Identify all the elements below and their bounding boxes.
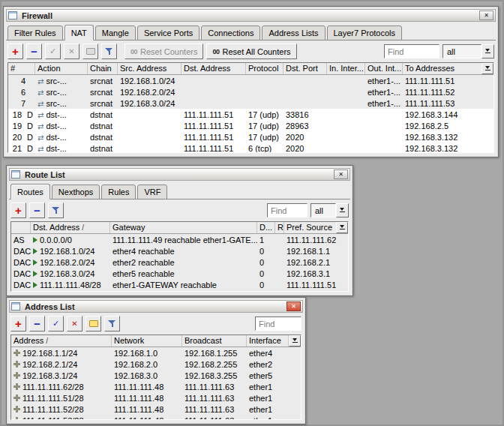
column-header-routing_mark[interactable]: R — [275, 222, 284, 233]
tab-address-lists[interactable]: Address Lists — [262, 26, 325, 40]
cell-action: dst-... — [35, 110, 88, 119]
find-input[interactable] — [267, 203, 308, 218]
comment-button[interactable] — [82, 44, 98, 59]
cell-network: 111.11.111.48 — [112, 405, 182, 414]
column-header-dst_address[interactable]: Dst. Address/ — [31, 222, 110, 233]
column-header-out_interface[interactable]: Out. Int... — [365, 63, 403, 74]
column-header-address[interactable]: Address/ — [11, 335, 112, 346]
column-header-src_address[interactable]: Src. Address — [118, 63, 182, 74]
route-list-titlebar[interactable]: Route List ✕ — [9, 168, 350, 181]
column-header-to_addresses[interactable]: To Addresses — [403, 63, 484, 74]
cell-network: 192.168.1.0 — [112, 349, 182, 358]
combo-dropdown-button[interactable] — [336, 203, 349, 218]
filter-scope-combo[interactable]: all — [310, 203, 349, 218]
address-list-titlebar[interactable]: Address List ✕ — [9, 300, 303, 313]
reset-all-counters-button[interactable]: 00 Reset All Counters — [206, 44, 296, 59]
column-header-pref_source[interactable]: Pref. Source — [284, 222, 343, 233]
comment-button[interactable] — [86, 316, 101, 332]
column-select-button[interactable] — [482, 63, 494, 74]
tab-connections[interactable]: Connections — [201, 26, 260, 40]
table-row[interactable]: AS0.0.0.0/0111.11.111.49 reachable ether… — [11, 234, 348, 245]
close-button[interactable]: ✕ — [479, 10, 494, 20]
table-row[interactable]: 192.168.1.1/24192.168.1.0192.168.1.255et… — [11, 347, 301, 358]
firewall-titlebar[interactable]: Firewall ✕ — [6, 9, 496, 22]
table-row[interactable]: DAC192.168.2.0/24ether2 reachable0192.16… — [11, 256, 348, 268]
table-row[interactable]: 7src-...srcnat192.168.3.0/24ether1-...11… — [8, 98, 494, 109]
column-header-network[interactable]: Network — [112, 335, 182, 346]
remove-button[interactable]: − — [26, 44, 42, 59]
tab-rules[interactable]: Rules — [101, 184, 136, 200]
filter-scope-combo[interactable]: all — [442, 44, 494, 58]
table-row[interactable]: 111.11.111.53/28111.11.111.48111.11.111.… — [11, 415, 301, 420]
routes-table: Dst. Address/GatewayD...RPref. SourceAS0… — [10, 221, 349, 292]
add-button[interactable]: + — [10, 202, 26, 218]
remove-button[interactable]: − — [29, 316, 45, 332]
table-row[interactable]: 20Ddst-...dstnat111.11.111.5117 (udp)202… — [8, 131, 494, 142]
combo-dropdown-button[interactable] — [482, 44, 494, 58]
filter-button[interactable] — [48, 202, 64, 218]
cell-interface: ether5 — [247, 371, 289, 380]
tab-filter-rules[interactable]: Filter Rules — [8, 26, 63, 40]
tab-nat[interactable]: NAT — [64, 25, 94, 40]
disable-button[interactable]: ✕ — [67, 316, 82, 332]
column-select-button[interactable] — [336, 222, 348, 233]
column-header-dst_address[interactable]: Dst. Address — [182, 63, 246, 74]
table-row[interactable]: 18Ddst-...dstnat111.11.111.5117 (udp)338… — [8, 109, 494, 120]
column-header-distance[interactable]: D... — [257, 222, 275, 233]
table-row[interactable]: DAC111.11.111.48/28ether1-GATEWAY reacha… — [11, 279, 348, 290]
cell-address: 192.168.3.1/24 — [11, 371, 112, 380]
filter-button[interactable] — [104, 316, 120, 332]
column-header-broadcast[interactable]: Broadcast — [182, 335, 247, 346]
column-header-gateway[interactable]: Gateway — [110, 222, 257, 233]
disable-button[interactable]: ✕ — [64, 44, 80, 59]
column-header-flags[interactable] — [11, 222, 31, 233]
add-button[interactable]: + — [8, 44, 23, 59]
table-row[interactable]: 111.11.111.51/28111.11.111.48111.11.111.… — [11, 392, 301, 404]
route-arrow-icon — [33, 282, 38, 288]
table-row[interactable]: 6src-...srcnat192.168.2.0/24ether1-...11… — [8, 86, 494, 98]
route-arrow-icon — [33, 271, 38, 277]
table-row[interactable]: 4src-...srcnat192.168.1.0/24ether1-...11… — [8, 75, 494, 86]
column-header-interface[interactable]: Interface — [247, 335, 289, 346]
find-input[interactable] — [255, 316, 302, 331]
tab-layer7-protocols[interactable]: Layer7 Protocols — [327, 26, 403, 40]
chevron-down-icon — [340, 225, 345, 230]
column-select-button[interactable] — [289, 335, 301, 346]
cell-action: src-... — [35, 76, 88, 86]
cell-interface: ether1 — [247, 416, 289, 421]
filter-button[interactable] — [101, 44, 117, 59]
cell-action: dst-... — [35, 133, 88, 142]
table-row[interactable]: 192.168.2.1/24192.168.2.0192.168.2.255et… — [11, 358, 301, 370]
column-header-dst_port[interactable]: Dst. Port — [284, 63, 327, 74]
column-header-chain[interactable]: Chain — [88, 63, 118, 74]
cell-num: 4 — [8, 76, 35, 86]
add-button[interactable]: + — [10, 316, 26, 332]
cell-to_addresses: 192.168.3.144 — [403, 110, 484, 119]
tab-vrf[interactable]: VRF — [137, 184, 167, 200]
remove-button[interactable]: − — [29, 202, 45, 218]
enable-button[interactable]: ✓ — [48, 316, 64, 332]
find-input[interactable] — [384, 44, 440, 58]
enable-button[interactable]: ✓ — [45, 44, 61, 59]
table-row[interactable]: 192.168.3.1/24192.168.3.0192.168.3.255et… — [11, 370, 301, 381]
close-button[interactable]: ✕ — [286, 302, 301, 311]
table-row[interactable]: DAC192.168.1.0/24ether4 reachable0192.16… — [11, 245, 348, 256]
column-header-num[interactable]: # — [8, 63, 35, 74]
sort-indicator-icon: / — [82, 224, 84, 232]
reset-counters-button[interactable]: 00 Reset Counters — [124, 44, 203, 59]
column-header-protocol[interactable]: Protocol — [246, 63, 284, 74]
tab-routes[interactable]: Routes — [10, 184, 50, 200]
tab-nexthops[interactable]: Nexthops — [52, 184, 100, 200]
table-row[interactable]: 21Ddst-...dstnat111.11.111.516 (tcp)2020… — [8, 142, 494, 153]
table-row[interactable]: 19Ddst-...dstnat111.11.111.5117 (udp)289… — [8, 120, 494, 131]
close-button[interactable]: ✕ — [334, 170, 348, 179]
column-header-in_interface[interactable]: In. Inter... — [327, 63, 365, 74]
tab-service-ports[interactable]: Service Ports — [137, 26, 200, 40]
tab-mangle[interactable]: Mangle — [95, 26, 136, 40]
table-body: 192.168.1.1/24192.168.1.0192.168.1.255et… — [11, 347, 301, 420]
cell-address: 111.11.111.62/28 — [11, 382, 112, 392]
column-header-action[interactable]: Action — [35, 63, 88, 74]
table-row[interactable]: 111.11.111.52/28111.11.111.48111.11.111.… — [11, 404, 301, 415]
table-row[interactable]: DAC192.168.3.0/24ether5 reachable0192.16… — [11, 268, 348, 279]
table-row[interactable]: 111.11.111.62/28111.11.111.48111.11.111.… — [11, 381, 301, 392]
